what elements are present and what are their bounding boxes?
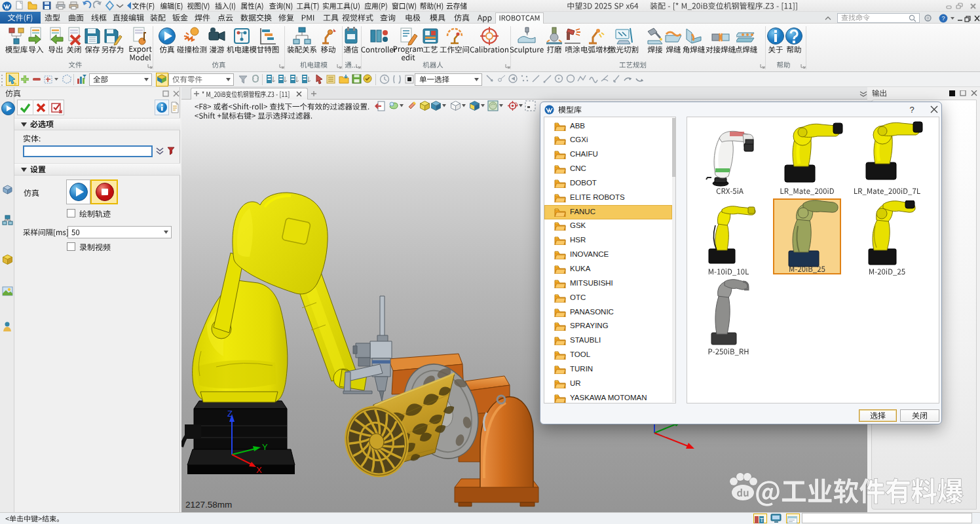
svg-text:Y: Y [262, 442, 268, 452]
svg-text:?: ? [941, 15, 945, 22]
svg-text:X: X [256, 465, 262, 475]
svg-text:Z: Z [227, 409, 233, 419]
svg-text:T: T [760, 517, 764, 523]
